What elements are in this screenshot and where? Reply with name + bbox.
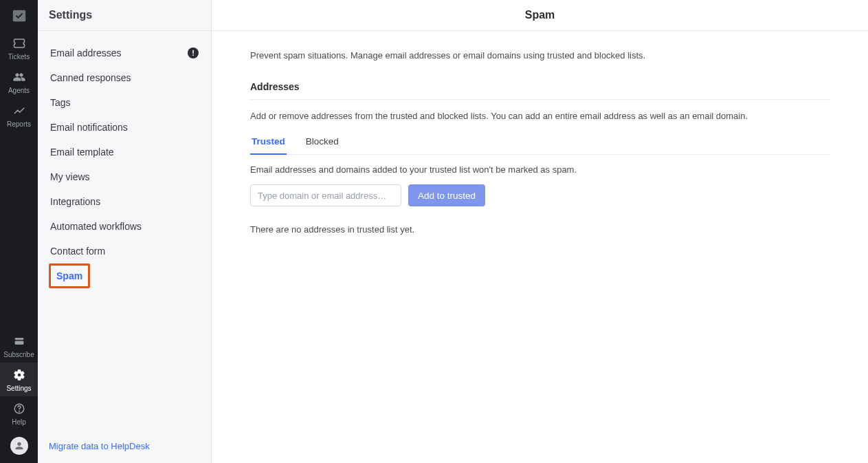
rail-label: Tickets — [8, 53, 30, 61]
main-content: Spam Prevent spam situations. Manage ema… — [212, 0, 868, 463]
page-title: Spam — [212, 0, 868, 31]
nav-label: Integrations — [50, 196, 100, 207]
settings-panel: Settings Email addresses ! Canned respon… — [38, 0, 212, 463]
section-description: Add or remove addresses from the trusted… — [250, 111, 830, 121]
settings-item-my-views[interactable]: My views — [49, 164, 200, 189]
tab-blocked[interactable]: Blocked — [304, 136, 340, 155]
tab-note: Email addresses and domains added to you… — [250, 164, 830, 175]
settings-item-spam[interactable]: Spam — [49, 263, 90, 288]
rail-item-reports[interactable]: Reports — [0, 98, 38, 132]
alert-badge-icon: ! — [188, 47, 199, 58]
settings-item-integrations[interactable]: Integrations — [49, 189, 200, 214]
reports-icon — [13, 104, 25, 118]
nav-label: Email notifications — [50, 122, 128, 133]
section-title-addresses: Addresses — [250, 81, 830, 100]
rail-label: Help — [12, 418, 26, 426]
nav-label: Tags — [50, 97, 71, 108]
agents-icon — [13, 70, 25, 84]
migrate-link[interactable]: Migrate data to HelpDesk — [49, 441, 150, 451]
ticket-icon — [13, 36, 25, 50]
rail-label: Agents — [8, 87, 30, 94]
rail-item-agents[interactable]: Agents — [0, 65, 38, 98]
settings-item-email-notifications[interactable]: Email notifications — [49, 115, 200, 140]
nav-label: Automated workflows — [50, 221, 142, 232]
rail-avatar[interactable] — [0, 430, 38, 463]
nav-label: My views — [50, 171, 90, 182]
settings-item-tags[interactable]: Tags — [49, 90, 200, 115]
app-logo — [0, 0, 38, 31]
settings-icon — [13, 368, 25, 382]
rail-label: Subscribe — [3, 351, 34, 358]
settings-item-email-addresses[interactable]: Email addresses ! — [49, 41, 200, 65]
settings-item-canned-responses[interactable]: Canned responses — [49, 65, 200, 90]
tab-trusted[interactable]: Trusted — [250, 136, 287, 155]
nav-label: Contact form — [50, 246, 105, 257]
svg-rect-1 — [15, 341, 23, 345]
rail-item-tickets[interactable]: Tickets — [0, 31, 38, 65]
svg-rect-0 — [15, 338, 23, 340]
rail-item-help[interactable]: Help — [0, 396, 38, 430]
subscribe-icon — [13, 334, 25, 348]
logo-check-icon — [12, 8, 27, 23]
add-to-trusted-button[interactable]: Add to trusted — [408, 184, 485, 206]
settings-item-contact-form[interactable]: Contact form — [49, 239, 200, 263]
nav-label: Email template — [50, 147, 114, 158]
help-icon — [13, 402, 25, 416]
nav-label: Email addresses — [50, 47, 122, 58]
rail-label: Reports — [7, 120, 31, 128]
panel-title: Settings — [38, 0, 211, 31]
settings-item-automated-workflows[interactable]: Automated workflows — [49, 214, 200, 239]
rail-item-settings[interactable]: Settings — [0, 363, 38, 396]
page-description: Prevent spam situations. Manage email ad… — [250, 50, 830, 61]
svg-point-3 — [19, 411, 20, 412]
address-input[interactable] — [250, 184, 401, 206]
rail-label: Settings — [6, 385, 31, 392]
address-tabs: Trusted Blocked — [250, 136, 830, 155]
empty-state-text: There are no addresses in trusted list y… — [250, 224, 830, 235]
app-rail: Tickets Agents Reports Subscribe Sett — [0, 0, 38, 463]
nav-label: Spam — [56, 270, 82, 281]
nav-label: Canned responses — [50, 72, 131, 83]
rail-item-subscribe[interactable]: Subscribe — [0, 329, 38, 363]
settings-item-email-template[interactable]: Email template — [49, 140, 200, 164]
user-avatar-icon — [10, 437, 28, 455]
